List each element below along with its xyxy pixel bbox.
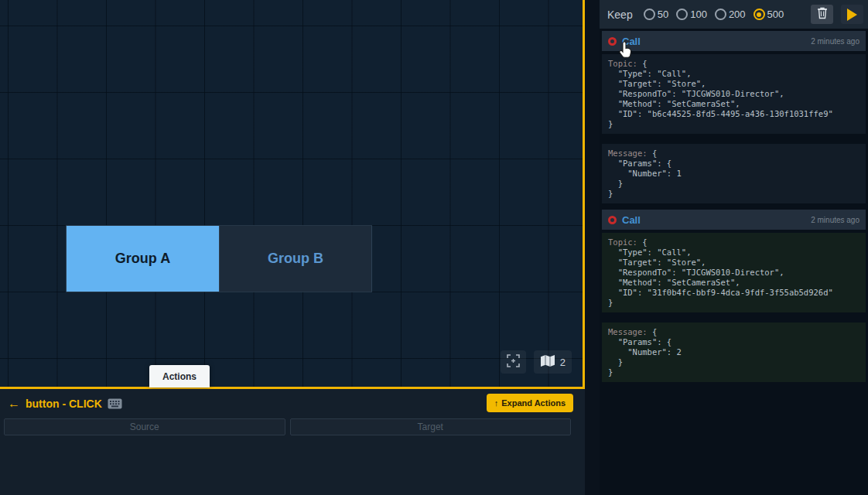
topic-label: Topic: [608,59,637,68]
messages-panel: Keep 50 100 200 500 [600,0,868,495]
keep-option-label: 200 [729,9,746,20]
message-json-block: Message: { "Params": { "Number": 1 } } [602,144,866,203]
keep-option-label: 50 [658,9,668,20]
message-card: Call 2 minutes ago Topic: { "Type": "Cal… [602,31,866,203]
fit-view-button[interactable] [501,350,526,374]
up-arrow-icon: ↑ [494,398,499,408]
canvas-toolbar: 2 [501,350,572,374]
group-b-button[interactable]: Group B [219,226,371,292]
source-field[interactable]: Source [4,418,285,435]
radio-icon [715,9,726,20]
message-type-label[interactable]: Call [622,36,641,47]
expand-actions-button[interactable]: ↑ Expand Actions [487,394,573,412]
group-a-button[interactable]: Group A [67,226,219,292]
radio-icon [676,9,688,20]
message-card-header[interactable]: Call 2 minutes ago [602,210,866,230]
topic-label: Topic: [608,237,637,247]
back-arrow-icon[interactable]: ← [8,397,20,411]
radio-selected-icon [754,9,765,20]
radio-icon [644,9,655,20]
keep-option-label: 100 [690,9,707,20]
message-json-block: Message: { "Params": { "Number": 2 } } [602,323,866,382]
keep-option-200[interactable]: 200 [715,9,746,20]
fit-view-icon [507,354,520,370]
group-segmented-control: Group A Group B [67,226,371,292]
topic-json-block: Topic: { "Type": "Call", "Target": "Stor… [602,233,866,312]
message-label: Message: [608,148,648,158]
topic-body: { "Type": "Call", "Target": "Store", "Re… [608,59,833,128]
mapping-row: Source Target [4,418,571,435]
message-timestamp: 2 minutes ago [811,216,859,224]
keep-option-100[interactable]: 100 [676,9,707,20]
action-title: button - CLICK [26,398,102,410]
minimap-count: 2 [560,357,566,368]
keep-option-50[interactable]: 50 [644,9,668,20]
app-root: Group A Group B 2 [0,0,868,495]
trash-icon [817,7,828,22]
message-card: Call 2 minutes ago Topic: { "Type": "Cal… [602,210,866,382]
keep-option-500[interactable]: 500 [754,9,784,20]
play-button[interactable] [841,5,863,24]
call-status-icon [608,216,617,224]
clear-messages-button[interactable] [811,5,833,24]
play-icon [847,9,857,21]
keep-bar: Keep 50 100 200 500 [600,0,868,29]
action-header: ← button - CLICK [8,397,122,411]
message-list: Call 2 minutes ago Topic: { "Type": "Cal… [600,29,868,382]
call-status-icon [608,37,617,46]
target-field[interactable]: Target [290,418,572,435]
map-icon [540,354,555,370]
message-timestamp: 2 minutes ago [811,37,859,46]
topic-json-block: Topic: { "Type": "Call", "Target": "Stor… [602,54,866,134]
tab-actions[interactable]: Actions [149,365,210,387]
keep-option-label: 500 [767,9,784,20]
message-type-label[interactable]: Call [622,214,641,226]
keyboard-icon [108,398,122,409]
minimap-button[interactable]: 2 [534,350,572,374]
scene-canvas[interactable]: Group A Group B 2 [0,0,585,389]
actions-panel: ← button - CLICK ↑ Expand Actions [0,389,585,495]
keep-label: Keep [607,9,633,21]
message-card-header[interactable]: Call 2 minutes ago [602,31,866,51]
expand-actions-label: Expand Actions [501,398,566,408]
message-label: Message: [608,327,648,336]
topic-body: { "Type": "Call", "Target": "Store", "Re… [608,237,833,307]
